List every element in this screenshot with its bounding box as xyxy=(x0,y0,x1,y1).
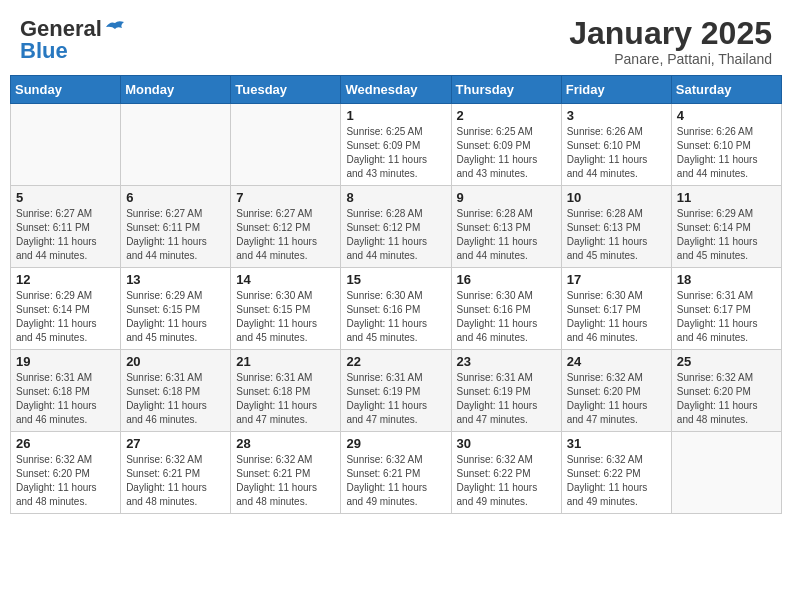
day-number: 15 xyxy=(346,272,445,287)
day-info: Sunrise: 6:31 AM Sunset: 6:19 PM Dayligh… xyxy=(457,371,556,427)
day-number: 23 xyxy=(457,354,556,369)
col-wednesday: Wednesday xyxy=(341,76,451,104)
day-info: Sunrise: 6:27 AM Sunset: 6:12 PM Dayligh… xyxy=(236,207,335,263)
table-row: 20Sunrise: 6:31 AM Sunset: 6:18 PM Dayli… xyxy=(121,350,231,432)
table-row: 4Sunrise: 6:26 AM Sunset: 6:10 PM Daylig… xyxy=(671,104,781,186)
table-row: 31Sunrise: 6:32 AM Sunset: 6:22 PM Dayli… xyxy=(561,432,671,514)
day-number: 8 xyxy=(346,190,445,205)
calendar-week-row: 26Sunrise: 6:32 AM Sunset: 6:20 PM Dayli… xyxy=(11,432,782,514)
col-sunday: Sunday xyxy=(11,76,121,104)
col-tuesday: Tuesday xyxy=(231,76,341,104)
calendar-week-row: 12Sunrise: 6:29 AM Sunset: 6:14 PM Dayli… xyxy=(11,268,782,350)
day-info: Sunrise: 6:31 AM Sunset: 6:18 PM Dayligh… xyxy=(16,371,115,427)
day-info: Sunrise: 6:25 AM Sunset: 6:09 PM Dayligh… xyxy=(457,125,556,181)
day-number: 29 xyxy=(346,436,445,451)
day-number: 9 xyxy=(457,190,556,205)
day-number: 19 xyxy=(16,354,115,369)
day-info: Sunrise: 6:30 AM Sunset: 6:16 PM Dayligh… xyxy=(457,289,556,345)
day-info: Sunrise: 6:32 AM Sunset: 6:20 PM Dayligh… xyxy=(16,453,115,509)
col-friday: Friday xyxy=(561,76,671,104)
table-row: 22Sunrise: 6:31 AM Sunset: 6:19 PM Dayli… xyxy=(341,350,451,432)
day-info: Sunrise: 6:31 AM Sunset: 6:17 PM Dayligh… xyxy=(677,289,776,345)
page-subtitle: Panare, Pattani, Thailand xyxy=(569,51,772,67)
day-info: Sunrise: 6:32 AM Sunset: 6:22 PM Dayligh… xyxy=(567,453,666,509)
table-row: 30Sunrise: 6:32 AM Sunset: 6:22 PM Dayli… xyxy=(451,432,561,514)
table-row: 6Sunrise: 6:27 AM Sunset: 6:11 PM Daylig… xyxy=(121,186,231,268)
day-info: Sunrise: 6:29 AM Sunset: 6:15 PM Dayligh… xyxy=(126,289,225,345)
day-number: 12 xyxy=(16,272,115,287)
day-number: 25 xyxy=(677,354,776,369)
table-row xyxy=(11,104,121,186)
day-number: 13 xyxy=(126,272,225,287)
day-info: Sunrise: 6:32 AM Sunset: 6:21 PM Dayligh… xyxy=(236,453,335,509)
day-info: Sunrise: 6:30 AM Sunset: 6:15 PM Dayligh… xyxy=(236,289,335,345)
day-info: Sunrise: 6:32 AM Sunset: 6:20 PM Dayligh… xyxy=(567,371,666,427)
table-row: 12Sunrise: 6:29 AM Sunset: 6:14 PM Dayli… xyxy=(11,268,121,350)
table-row: 15Sunrise: 6:30 AM Sunset: 6:16 PM Dayli… xyxy=(341,268,451,350)
table-row: 11Sunrise: 6:29 AM Sunset: 6:14 PM Dayli… xyxy=(671,186,781,268)
table-row: 27Sunrise: 6:32 AM Sunset: 6:21 PM Dayli… xyxy=(121,432,231,514)
logo-bird-icon xyxy=(104,19,126,35)
table-row: 24Sunrise: 6:32 AM Sunset: 6:20 PM Dayli… xyxy=(561,350,671,432)
day-number: 11 xyxy=(677,190,776,205)
page-title: January 2025 xyxy=(569,16,772,51)
day-info: Sunrise: 6:32 AM Sunset: 6:21 PM Dayligh… xyxy=(126,453,225,509)
day-number: 16 xyxy=(457,272,556,287)
day-info: Sunrise: 6:28 AM Sunset: 6:13 PM Dayligh… xyxy=(457,207,556,263)
day-info: Sunrise: 6:32 AM Sunset: 6:20 PM Dayligh… xyxy=(677,371,776,427)
table-row: 28Sunrise: 6:32 AM Sunset: 6:21 PM Dayli… xyxy=(231,432,341,514)
day-number: 4 xyxy=(677,108,776,123)
title-block: January 2025 Panare, Pattani, Thailand xyxy=(569,16,772,67)
day-info: Sunrise: 6:31 AM Sunset: 6:18 PM Dayligh… xyxy=(126,371,225,427)
calendar-week-row: 19Sunrise: 6:31 AM Sunset: 6:18 PM Dayli… xyxy=(11,350,782,432)
table-row: 9Sunrise: 6:28 AM Sunset: 6:13 PM Daylig… xyxy=(451,186,561,268)
table-row: 26Sunrise: 6:32 AM Sunset: 6:20 PM Dayli… xyxy=(11,432,121,514)
day-number: 6 xyxy=(126,190,225,205)
calendar-table: Sunday Monday Tuesday Wednesday Thursday… xyxy=(10,75,782,514)
table-row: 2Sunrise: 6:25 AM Sunset: 6:09 PM Daylig… xyxy=(451,104,561,186)
day-info: Sunrise: 6:26 AM Sunset: 6:10 PM Dayligh… xyxy=(677,125,776,181)
table-row: 5Sunrise: 6:27 AM Sunset: 6:11 PM Daylig… xyxy=(11,186,121,268)
day-number: 27 xyxy=(126,436,225,451)
table-row: 21Sunrise: 6:31 AM Sunset: 6:18 PM Dayli… xyxy=(231,350,341,432)
day-info: Sunrise: 6:25 AM Sunset: 6:09 PM Dayligh… xyxy=(346,125,445,181)
page-header: General Blue January 2025 Panare, Pattan… xyxy=(10,10,782,67)
day-number: 21 xyxy=(236,354,335,369)
logo: General Blue xyxy=(20,16,126,64)
day-number: 1 xyxy=(346,108,445,123)
day-number: 17 xyxy=(567,272,666,287)
table-row: 10Sunrise: 6:28 AM Sunset: 6:13 PM Dayli… xyxy=(561,186,671,268)
calendar-header-row: Sunday Monday Tuesday Wednesday Thursday… xyxy=(11,76,782,104)
col-saturday: Saturday xyxy=(671,76,781,104)
day-number: 28 xyxy=(236,436,335,451)
table-row: 29Sunrise: 6:32 AM Sunset: 6:21 PM Dayli… xyxy=(341,432,451,514)
table-row xyxy=(231,104,341,186)
table-row: 8Sunrise: 6:28 AM Sunset: 6:12 PM Daylig… xyxy=(341,186,451,268)
day-number: 30 xyxy=(457,436,556,451)
day-number: 26 xyxy=(16,436,115,451)
day-info: Sunrise: 6:32 AM Sunset: 6:21 PM Dayligh… xyxy=(346,453,445,509)
table-row: 14Sunrise: 6:30 AM Sunset: 6:15 PM Dayli… xyxy=(231,268,341,350)
table-row: 18Sunrise: 6:31 AM Sunset: 6:17 PM Dayli… xyxy=(671,268,781,350)
table-row: 25Sunrise: 6:32 AM Sunset: 6:20 PM Dayli… xyxy=(671,350,781,432)
day-info: Sunrise: 6:31 AM Sunset: 6:18 PM Dayligh… xyxy=(236,371,335,427)
day-number: 3 xyxy=(567,108,666,123)
day-info: Sunrise: 6:29 AM Sunset: 6:14 PM Dayligh… xyxy=(677,207,776,263)
day-info: Sunrise: 6:27 AM Sunset: 6:11 PM Dayligh… xyxy=(126,207,225,263)
table-row: 19Sunrise: 6:31 AM Sunset: 6:18 PM Dayli… xyxy=(11,350,121,432)
logo-blue-text: Blue xyxy=(20,38,68,64)
day-info: Sunrise: 6:31 AM Sunset: 6:19 PM Dayligh… xyxy=(346,371,445,427)
table-row: 13Sunrise: 6:29 AM Sunset: 6:15 PM Dayli… xyxy=(121,268,231,350)
table-row: 1Sunrise: 6:25 AM Sunset: 6:09 PM Daylig… xyxy=(341,104,451,186)
day-number: 20 xyxy=(126,354,225,369)
day-number: 31 xyxy=(567,436,666,451)
calendar-week-row: 1Sunrise: 6:25 AM Sunset: 6:09 PM Daylig… xyxy=(11,104,782,186)
table-row: 16Sunrise: 6:30 AM Sunset: 6:16 PM Dayli… xyxy=(451,268,561,350)
day-info: Sunrise: 6:30 AM Sunset: 6:17 PM Dayligh… xyxy=(567,289,666,345)
day-info: Sunrise: 6:30 AM Sunset: 6:16 PM Dayligh… xyxy=(346,289,445,345)
day-info: Sunrise: 6:29 AM Sunset: 6:14 PM Dayligh… xyxy=(16,289,115,345)
day-info: Sunrise: 6:26 AM Sunset: 6:10 PM Dayligh… xyxy=(567,125,666,181)
table-row: 23Sunrise: 6:31 AM Sunset: 6:19 PM Dayli… xyxy=(451,350,561,432)
table-row: 3Sunrise: 6:26 AM Sunset: 6:10 PM Daylig… xyxy=(561,104,671,186)
day-number: 24 xyxy=(567,354,666,369)
